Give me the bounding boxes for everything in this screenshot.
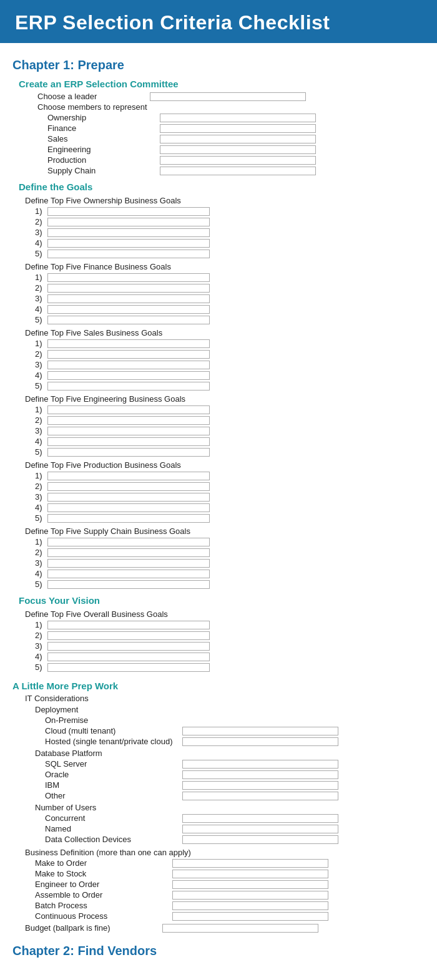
input-field[interactable] xyxy=(47,382,210,391)
input-field[interactable] xyxy=(47,339,210,348)
input-field[interactable] xyxy=(47,493,210,502)
input-field[interactable] xyxy=(47,207,210,216)
input-field[interactable] xyxy=(47,416,210,425)
input-field[interactable] xyxy=(160,135,316,143)
list-item: Assemble to Order xyxy=(35,890,425,900)
input-field[interactable] xyxy=(47,514,210,523)
input-field[interactable] xyxy=(47,642,210,651)
input-field[interactable] xyxy=(182,825,338,833)
list-item: 2) xyxy=(35,631,425,640)
list-item: 3) xyxy=(35,641,425,651)
input-field[interactable] xyxy=(172,891,328,900)
num-label: 3) xyxy=(35,492,47,502)
input-field[interactable] xyxy=(47,437,210,446)
input-field[interactable] xyxy=(47,371,210,380)
list-item: Make to Order xyxy=(35,858,425,868)
input-field[interactable] xyxy=(47,361,210,369)
list-item: Hosted (single tenant/private cloud) xyxy=(45,737,425,746)
list-item: 1) xyxy=(35,471,425,480)
input-field[interactable] xyxy=(47,294,210,303)
list-item: 2) xyxy=(35,548,425,557)
input-field[interactable] xyxy=(160,145,316,154)
input-field[interactable] xyxy=(160,114,316,122)
supplychain-goals-group: 1) 2) 3) 4) 5) xyxy=(35,537,425,589)
input-field[interactable] xyxy=(47,228,210,237)
item-label: Named xyxy=(45,824,182,833)
input-field[interactable] xyxy=(47,559,210,568)
num-label: 4) xyxy=(35,652,47,661)
input-field[interactable] xyxy=(182,792,338,800)
list-item: 4) xyxy=(35,437,425,446)
input-field[interactable] xyxy=(47,218,210,226)
input-field[interactable] xyxy=(47,448,210,457)
input-field[interactable] xyxy=(47,538,210,546)
list-item: 5) xyxy=(35,249,425,258)
input-field[interactable] xyxy=(47,316,210,324)
list-item: Continuous Process xyxy=(35,911,425,921)
input-field[interactable] xyxy=(47,305,210,314)
budget-label: Budget (ballpark is fine) xyxy=(25,923,162,933)
list-item: 4) xyxy=(35,503,425,512)
list-item: Concurrent xyxy=(45,813,425,823)
num-label: 5) xyxy=(35,447,47,457)
input-field[interactable] xyxy=(47,350,210,359)
num-label: 4) xyxy=(35,569,47,578)
input-field[interactable] xyxy=(182,814,338,823)
input-field[interactable] xyxy=(160,167,316,175)
section-goals-title: Define the Goals xyxy=(19,182,425,192)
list-item: 2) xyxy=(35,283,425,293)
num-label: 2) xyxy=(35,415,47,425)
input-field[interactable] xyxy=(47,405,210,414)
section-vision-title: Focus Your Vision xyxy=(19,595,425,606)
item-label: Continuous Process xyxy=(35,911,172,921)
item-label: Engineering xyxy=(47,145,160,154)
input-field[interactable] xyxy=(47,284,210,293)
bizdef-label: Business Definition (more than one can a… xyxy=(25,848,425,857)
input-field[interactable] xyxy=(47,503,210,512)
input-field[interactable] xyxy=(182,781,338,790)
input-field[interactable] xyxy=(172,859,328,868)
list-item: 3) xyxy=(35,558,425,568)
input-field[interactable] xyxy=(162,924,318,933)
input-field[interactable] xyxy=(172,880,328,889)
list-item: 5) xyxy=(35,315,425,324)
input-field[interactable] xyxy=(160,156,316,165)
input-field[interactable] xyxy=(47,570,210,578)
list-item: Engineering xyxy=(47,145,425,154)
input-field[interactable] xyxy=(47,239,210,248)
list-item: 5) xyxy=(35,513,425,523)
input-field[interactable] xyxy=(182,737,338,746)
input-field[interactable] xyxy=(182,835,338,844)
chapter2-title: Chapter 2: Find Vendors xyxy=(12,944,425,958)
input-field[interactable] xyxy=(47,273,210,282)
list-item: 2) xyxy=(35,415,425,425)
input-field[interactable] xyxy=(47,663,210,672)
list-item: 3) xyxy=(35,360,425,369)
list-item: 4) xyxy=(35,652,425,661)
input-field[interactable] xyxy=(182,770,338,779)
list-item: 4) xyxy=(35,304,425,314)
input-field[interactable] xyxy=(47,472,210,480)
num-label: 2) xyxy=(35,482,47,491)
num-label: 3) xyxy=(35,426,47,435)
item-label: Supply Chain xyxy=(47,166,160,175)
input-field[interactable] xyxy=(150,92,306,101)
input-field[interactable] xyxy=(182,727,338,735)
input-field[interactable] xyxy=(47,482,210,491)
input-field[interactable] xyxy=(160,124,316,133)
input-field[interactable] xyxy=(47,548,210,557)
input-field[interactable] xyxy=(47,427,210,435)
num-label: 4) xyxy=(35,238,47,248)
list-item: Supply Chain xyxy=(47,166,425,175)
input-field[interactable] xyxy=(47,580,210,589)
input-field[interactable] xyxy=(47,621,210,629)
input-field[interactable] xyxy=(172,912,328,921)
input-field[interactable] xyxy=(182,760,338,769)
input-field[interactable] xyxy=(47,250,210,258)
goals-supplychain-label: Define Top Five Supply Chain Business Go… xyxy=(25,526,425,536)
num-label: 3) xyxy=(35,294,47,303)
input-field[interactable] xyxy=(172,870,328,878)
input-field[interactable] xyxy=(47,631,210,640)
input-field[interactable] xyxy=(172,901,328,910)
input-field[interactable] xyxy=(47,653,210,661)
